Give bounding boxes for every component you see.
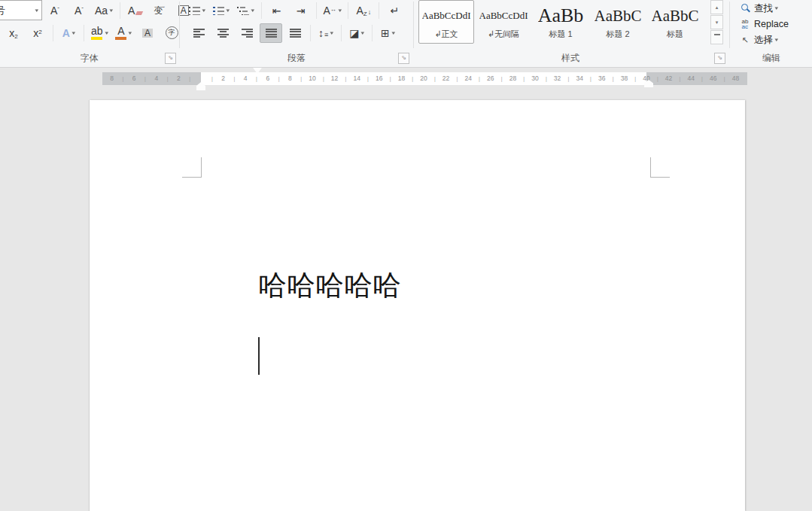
style-heading-1-chip[interactable]: AaBb标题 1 xyxy=(533,0,588,44)
align-center-button[interactable] xyxy=(211,23,234,43)
group-divider xyxy=(413,2,414,48)
ruler-tick: | xyxy=(523,72,525,85)
style-heading-2-chip[interactable]: AaBbC标题 2 xyxy=(590,0,646,44)
margin-corner-mark-right-icon xyxy=(650,157,670,178)
ruler-margin-left xyxy=(102,72,201,85)
subscript-button[interactable]: x2 xyxy=(2,23,25,43)
distribute-icon xyxy=(290,29,301,38)
align-right-button[interactable] xyxy=(236,23,258,43)
text-highlight-color-icon: ab xyxy=(91,26,103,36)
justify-button[interactable] xyxy=(260,23,282,43)
ruler-number: 42 xyxy=(665,72,672,85)
multilevel-list-button[interactable]: ▾ xyxy=(234,1,257,20)
ruler-tick: | xyxy=(590,72,592,85)
ruler-tick: | xyxy=(724,72,725,85)
style-title-chip[interactable]: AaBbC标题 xyxy=(647,0,703,44)
replace-button[interactable]: Replace xyxy=(737,17,812,32)
document-text[interactable]: 哈哈哈哈哈 xyxy=(258,269,401,302)
font-dialog-launcher-icon[interactable]: ⇘ xyxy=(165,53,176,64)
ruler-number: 20 xyxy=(420,72,427,85)
find-button[interactable]: 查找▾ xyxy=(737,1,812,16)
chevron-down-icon: ▾ xyxy=(330,30,334,36)
clear-formatting-button[interactable]: A xyxy=(124,1,147,20)
character-shading-button[interactable]: A xyxy=(136,23,159,43)
select-button[interactable]: ↖选择▾ xyxy=(737,32,812,47)
button-divider xyxy=(341,25,342,41)
gallery-scroll-down-button[interactable]: ▾ xyxy=(710,15,723,29)
superscript-button[interactable]: x2 xyxy=(26,23,49,43)
ruler-tick: | xyxy=(367,72,369,85)
distribute-button[interactable] xyxy=(284,23,306,43)
shading-fill-icon: ◪ xyxy=(349,28,359,38)
ruler-number: 18 xyxy=(398,72,405,85)
bullets-icon xyxy=(189,6,200,15)
style-no-spacing-chip[interactable]: AaBbCcDdI↲无间隔 xyxy=(476,0,531,44)
ruler-tick: | xyxy=(233,72,235,85)
ruler-number: 24 xyxy=(464,72,471,85)
text-highlight-color-button[interactable]: ab▾ xyxy=(88,23,111,43)
style-title-preview: AaBbC xyxy=(652,5,699,27)
ruler-tick: | xyxy=(434,72,436,85)
borders-icon: ⊞ xyxy=(381,28,390,38)
button-divider xyxy=(379,2,379,19)
align-left-button[interactable] xyxy=(187,23,210,43)
ruler-tick: | xyxy=(189,72,190,85)
ruler-number: 8 xyxy=(288,72,292,85)
font-color-button[interactable]: A▾ xyxy=(112,23,135,43)
enclose-character-icon: 字 xyxy=(166,26,178,39)
line-spacing-button[interactable]: ↕≡▾ xyxy=(315,23,337,43)
show-hide-marks-icon: ↵ xyxy=(391,5,400,16)
grow-font-button[interactable]: Aˆ xyxy=(44,1,66,20)
justify-icon xyxy=(266,29,277,38)
bullets-button[interactable]: ▾ xyxy=(186,1,208,20)
styles-dialog-launcher-icon[interactable]: ⇘ xyxy=(714,53,725,64)
ruler-number: 28 xyxy=(509,72,516,85)
gallery-more-button[interactable] xyxy=(710,30,723,44)
styles-gallery: AaBbCcDdI↲正文AaBbCcDdI↲无间隔AaBb标题 1AaBbC标题… xyxy=(418,0,707,47)
sort-icon: AZ↓ xyxy=(357,5,372,16)
ruler-tick: | xyxy=(634,72,636,85)
ruler-tick: | xyxy=(479,72,480,85)
ruler-number: 10 xyxy=(309,72,315,85)
ruler-tick: | xyxy=(144,72,146,85)
chevron-down-icon: ▾ xyxy=(202,8,206,14)
ruler-tick: | xyxy=(412,72,413,85)
ruler-number: 4 xyxy=(154,72,158,85)
text-highlight-color-accent-bar xyxy=(91,37,102,40)
chevron-down-icon: ▾ xyxy=(774,37,778,43)
shading-fill-button[interactable]: ◪▾ xyxy=(345,23,368,43)
chevron-down-icon: ▾ xyxy=(129,30,132,36)
chevron-down-icon: ▾ xyxy=(361,30,365,36)
asian-layout-button[interactable]: A↔▾ xyxy=(321,1,345,20)
phonetic-guide-button[interactable]: 变˘ xyxy=(148,1,171,20)
styles-gallery-scrollbar: ▴▾ xyxy=(710,0,724,45)
style-no-spacing-preview: AaBbCcDdI xyxy=(479,5,528,27)
select-label: 选择 xyxy=(754,34,773,47)
change-case-button[interactable]: Aa▾ xyxy=(92,1,116,20)
style-normal-preview: AaBbCcDdI xyxy=(422,5,471,27)
font-group-label: 字体 xyxy=(0,52,178,64)
document-page[interactable]: 哈哈哈哈哈 xyxy=(90,100,745,511)
gallery-scroll-up-button[interactable]: ▴ xyxy=(710,0,723,14)
ruler-strip: 8642246810121416182022242628303234363840… xyxy=(0,68,812,90)
increase-indent-button[interactable]: ⇥ xyxy=(290,1,312,20)
numbering-button[interactable]: ▾ xyxy=(210,1,233,20)
ruler-number: 22 xyxy=(442,72,449,85)
shrink-font-button[interactable]: Aˇ xyxy=(68,1,90,20)
sort-button[interactable]: AZ↓ xyxy=(352,1,375,20)
text-effects-button[interactable]: A▾ xyxy=(57,23,80,43)
borders-button[interactable]: ⊞▾ xyxy=(376,23,399,43)
ruler-number: 36 xyxy=(598,72,605,85)
ruler-tick: | xyxy=(300,72,302,85)
paragraph-dialog-launcher-icon[interactable]: ⇘ xyxy=(398,53,409,64)
increase-indent-icon: ⇥ xyxy=(297,5,306,16)
chevron-down-icon: ▾ xyxy=(338,8,342,14)
style-normal-chip[interactable]: AaBbCcDdI↲正文 xyxy=(418,0,474,44)
chevron-down-icon: ▾ xyxy=(251,8,254,14)
style-no-spacing-label: ↲无间隔 xyxy=(488,29,519,40)
show-hide-marks-button[interactable]: ↵ xyxy=(383,1,406,20)
font-size-select-button[interactable]: 一号▾ xyxy=(0,0,42,20)
ruler-tick: | xyxy=(323,72,324,85)
decrease-indent-button[interactable]: ⇤ xyxy=(266,1,288,20)
ruler-number: 2 xyxy=(221,72,225,85)
